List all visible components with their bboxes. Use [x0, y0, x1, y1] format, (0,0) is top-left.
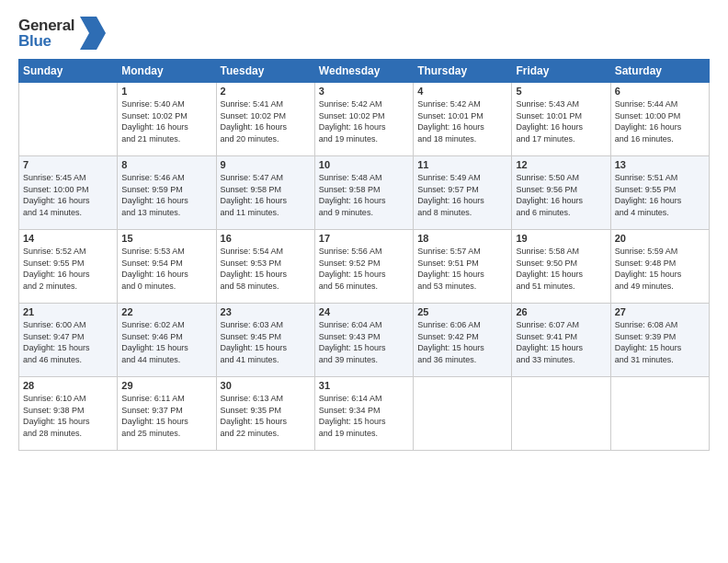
day-info: Sunrise: 5:45 AM Sunset: 10:00 PM Daylig…: [23, 172, 113, 218]
day-cell: 4Sunrise: 5:42 AM Sunset: 10:01 PM Dayli…: [414, 83, 512, 156]
page: General Blue SundayMondayTuesdayWednesda…: [0, 0, 728, 563]
day-number: 27: [615, 306, 705, 317]
weekday-header-monday: Monday: [118, 60, 216, 83]
day-info: Sunrise: 6:08 AM Sunset: 9:39 PM Dayligh…: [615, 319, 705, 365]
week-row-2: 7Sunrise: 5:45 AM Sunset: 10:00 PM Dayli…: [19, 156, 710, 230]
day-info: Sunrise: 5:48 AM Sunset: 9:58 PM Dayligh…: [319, 172, 409, 218]
day-info: Sunrise: 6:07 AM Sunset: 9:41 PM Dayligh…: [516, 319, 606, 365]
day-cell: 5Sunrise: 5:43 AM Sunset: 10:01 PM Dayli…: [512, 83, 610, 156]
day-cell: 6Sunrise: 5:44 AM Sunset: 10:00 PM Dayli…: [610, 83, 709, 156]
day-info: Sunrise: 5:42 AM Sunset: 10:02 PM Daylig…: [319, 98, 409, 144]
day-number: 29: [121, 380, 211, 391]
day-number: 6: [615, 86, 705, 97]
day-number: 16: [221, 233, 311, 244]
weekday-header-row: SundayMondayTuesdayWednesdayThursdayFrid…: [19, 60, 710, 83]
day-number: 15: [121, 233, 211, 244]
day-info: Sunrise: 6:03 AM Sunset: 9:45 PM Dayligh…: [221, 319, 311, 365]
header: General Blue: [18, 17, 710, 50]
day-info: Sunrise: 5:42 AM Sunset: 10:01 PM Daylig…: [417, 98, 507, 144]
day-cell: 3Sunrise: 5:42 AM Sunset: 10:02 PM Dayli…: [314, 83, 413, 156]
logo-chevron-icon: [78, 17, 108, 50]
svg-marker-0: [80, 17, 106, 50]
logo: General Blue: [18, 17, 108, 50]
logo-general: General: [18, 17, 74, 33]
day-number: 22: [121, 306, 211, 317]
day-info: Sunrise: 6:11 AM Sunset: 9:37 PM Dayligh…: [121, 393, 211, 439]
day-number: 20: [615, 233, 705, 244]
day-number: 7: [23, 159, 113, 170]
weekday-header-thursday: Thursday: [414, 60, 512, 83]
day-cell: 14Sunrise: 5:52 AM Sunset: 9:55 PM Dayli…: [19, 230, 118, 304]
day-number: 19: [516, 233, 606, 244]
day-cell: 1Sunrise: 5:40 AM Sunset: 10:02 PM Dayli…: [118, 83, 216, 156]
week-row-4: 21Sunrise: 6:00 AM Sunset: 9:47 PM Dayli…: [19, 304, 710, 377]
day-cell: 19Sunrise: 5:58 AM Sunset: 9:50 PM Dayli…: [512, 230, 610, 304]
day-cell: 22Sunrise: 6:02 AM Sunset: 9:46 PM Dayli…: [118, 304, 216, 377]
day-number: 1: [121, 86, 211, 97]
day-info: Sunrise: 5:46 AM Sunset: 9:59 PM Dayligh…: [121, 172, 211, 218]
day-number: 18: [417, 233, 507, 244]
day-cell: 8Sunrise: 5:46 AM Sunset: 9:59 PM Daylig…: [118, 156, 216, 230]
day-info: Sunrise: 6:10 AM Sunset: 9:38 PM Dayligh…: [23, 393, 113, 439]
week-row-1: 1Sunrise: 5:40 AM Sunset: 10:02 PM Dayli…: [19, 83, 710, 156]
day-number: 3: [319, 86, 409, 97]
day-number: 12: [516, 159, 606, 170]
day-cell: 16Sunrise: 5:54 AM Sunset: 9:53 PM Dayli…: [216, 230, 314, 304]
day-cell: 29Sunrise: 6:11 AM Sunset: 9:37 PM Dayli…: [118, 377, 216, 451]
day-info: Sunrise: 6:06 AM Sunset: 9:42 PM Dayligh…: [417, 319, 507, 365]
day-number: 11: [417, 159, 507, 170]
day-cell: 17Sunrise: 5:56 AM Sunset: 9:52 PM Dayli…: [314, 230, 413, 304]
day-cell: 15Sunrise: 5:53 AM Sunset: 9:54 PM Dayli…: [118, 230, 216, 304]
logo-blue: Blue: [18, 33, 74, 49]
day-info: Sunrise: 5:58 AM Sunset: 9:50 PM Dayligh…: [516, 246, 606, 292]
day-number: 2: [221, 86, 311, 97]
calendar-table: SundayMondayTuesdayWednesdayThursdayFrid…: [18, 59, 710, 451]
day-number: 10: [319, 159, 409, 170]
week-row-5: 28Sunrise: 6:10 AM Sunset: 9:38 PM Dayli…: [19, 377, 710, 451]
day-number: 14: [23, 233, 113, 244]
day-info: Sunrise: 5:51 AM Sunset: 9:55 PM Dayligh…: [615, 172, 705, 218]
weekday-header-saturday: Saturday: [610, 60, 709, 83]
day-cell: 24Sunrise: 6:04 AM Sunset: 9:43 PM Dayli…: [314, 304, 413, 377]
day-info: Sunrise: 5:43 AM Sunset: 10:01 PM Daylig…: [516, 98, 606, 144]
day-cell: [414, 377, 512, 451]
day-info: Sunrise: 5:47 AM Sunset: 9:58 PM Dayligh…: [221, 172, 311, 218]
week-row-3: 14Sunrise: 5:52 AM Sunset: 9:55 PM Dayli…: [19, 230, 710, 304]
day-info: Sunrise: 6:04 AM Sunset: 9:43 PM Dayligh…: [319, 319, 409, 365]
day-info: Sunrise: 6:13 AM Sunset: 9:35 PM Dayligh…: [221, 393, 311, 439]
day-cell: 31Sunrise: 6:14 AM Sunset: 9:34 PM Dayli…: [314, 377, 413, 451]
day-cell: 12Sunrise: 5:50 AM Sunset: 9:56 PM Dayli…: [512, 156, 610, 230]
day-info: Sunrise: 5:52 AM Sunset: 9:55 PM Dayligh…: [23, 246, 113, 292]
day-cell: 20Sunrise: 5:59 AM Sunset: 9:48 PM Dayli…: [610, 230, 709, 304]
day-number: 31: [319, 380, 409, 391]
day-cell: 7Sunrise: 5:45 AM Sunset: 10:00 PM Dayli…: [19, 156, 118, 230]
day-number: 17: [319, 233, 409, 244]
day-cell: 27Sunrise: 6:08 AM Sunset: 9:39 PM Dayli…: [610, 304, 709, 377]
day-cell: 2Sunrise: 5:41 AM Sunset: 10:02 PM Dayli…: [216, 83, 314, 156]
day-cell: 9Sunrise: 5:47 AM Sunset: 9:58 PM Daylig…: [216, 156, 314, 230]
day-info: Sunrise: 5:54 AM Sunset: 9:53 PM Dayligh…: [221, 246, 311, 292]
day-info: Sunrise: 6:02 AM Sunset: 9:46 PM Dayligh…: [121, 319, 211, 365]
weekday-header-friday: Friday: [512, 60, 610, 83]
day-cell: 25Sunrise: 6:06 AM Sunset: 9:42 PM Dayli…: [414, 304, 512, 377]
day-info: Sunrise: 5:44 AM Sunset: 10:00 PM Daylig…: [615, 98, 705, 144]
day-cell: [512, 377, 610, 451]
weekday-header-tuesday: Tuesday: [216, 60, 314, 83]
day-number: 25: [417, 306, 507, 317]
day-info: Sunrise: 5:57 AM Sunset: 9:51 PM Dayligh…: [417, 246, 507, 292]
day-cell: 10Sunrise: 5:48 AM Sunset: 9:58 PM Dayli…: [314, 156, 413, 230]
day-cell: 11Sunrise: 5:49 AM Sunset: 9:57 PM Dayli…: [414, 156, 512, 230]
day-info: Sunrise: 5:59 AM Sunset: 9:48 PM Dayligh…: [615, 246, 705, 292]
day-info: Sunrise: 5:50 AM Sunset: 9:56 PM Dayligh…: [516, 172, 606, 218]
day-number: 21: [23, 306, 113, 317]
day-number: 24: [319, 306, 409, 317]
day-cell: 26Sunrise: 6:07 AM Sunset: 9:41 PM Dayli…: [512, 304, 610, 377]
day-cell: [610, 377, 709, 451]
day-number: 5: [516, 86, 606, 97]
day-cell: 18Sunrise: 5:57 AM Sunset: 9:51 PM Dayli…: [414, 230, 512, 304]
day-info: Sunrise: 5:53 AM Sunset: 9:54 PM Dayligh…: [121, 246, 211, 292]
day-info: Sunrise: 5:49 AM Sunset: 9:57 PM Dayligh…: [417, 172, 507, 218]
day-number: 23: [221, 306, 311, 317]
weekday-header-sunday: Sunday: [19, 60, 118, 83]
day-number: 26: [516, 306, 606, 317]
